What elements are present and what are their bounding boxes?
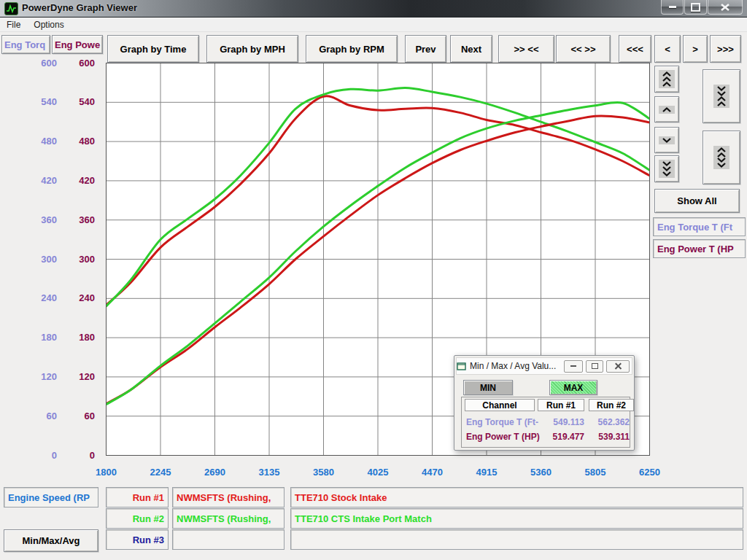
torque-tick-label: 120 <box>13 372 57 382</box>
channel-item-0[interactable]: Eng Torque T (Ft <box>653 217 746 236</box>
run-label-box-1[interactable]: Run #1 <box>106 487 169 508</box>
run-file-box-3 <box>172 529 285 550</box>
power-tick-label: 600 <box>51 58 95 69</box>
power-tick-label: 360 <box>51 215 95 225</box>
expand-range-button[interactable] <box>703 131 740 184</box>
torque-axis-button[interactable]: Eng Torq <box>1 35 50 54</box>
chevron-down-icon <box>716 86 727 91</box>
menu-item-options[interactable]: Options <box>27 18 70 30</box>
table-row-run2-1: 539.311 <box>589 432 630 442</box>
scale-down-fast-button[interactable] <box>654 155 679 182</box>
torque-tick-label: 540 <box>13 97 57 107</box>
pan-left-fast-button[interactable]: <<< <box>619 35 651 63</box>
run-file-box-2: NWMSFTS (Rushing, <box>172 508 285 529</box>
collapse-range-button-icon <box>713 85 729 108</box>
close-icon <box>721 4 729 11</box>
scale-up-button[interactable] <box>654 96 679 122</box>
rpm-tick-label: 3580 <box>301 467 347 478</box>
chevron-down-icon <box>662 171 672 176</box>
scale-down-button[interactable] <box>654 127 679 153</box>
torque-tick-label: 600 <box>13 58 57 69</box>
graph-by-mph-button[interactable]: Graph by MPH <box>206 35 298 63</box>
rpm-tick-label: 2245 <box>137 467 184 478</box>
menu-bar: FileOptions <box>0 18 747 32</box>
xaxis-channel-label: Engine Speed (RP <box>8 492 90 503</box>
power-tick-label: 420 <box>51 176 95 186</box>
graph-by-rpm-button[interactable]: Graph by RPM <box>306 35 398 63</box>
dialog-minimize-button[interactable] <box>564 360 583 373</box>
max-toggle-label: MAX <box>564 383 584 393</box>
close-button[interactable] <box>708 0 743 15</box>
channel-item-1[interactable]: Eng Power T (HP <box>653 239 746 258</box>
rpm-tick-label: 4915 <box>463 467 510 478</box>
restore-icon <box>691 3 700 12</box>
table-header-2: Run #2 <box>589 399 634 411</box>
prev-button[interactable]: Prev <box>405 35 446 63</box>
restore-button[interactable] <box>684 0 707 15</box>
scale-down-fast-button-icon <box>659 160 675 178</box>
table-row-run1-0: 549.113 <box>538 417 584 427</box>
scale-up-fast-button-icon <box>659 70 675 88</box>
run-label-box-2[interactable]: Run #2 <box>106 508 169 529</box>
zoom-in-button[interactable]: >> << <box>498 35 554 63</box>
show-all-button[interactable]: Show All <box>654 189 740 213</box>
app-icon <box>4 2 18 15</box>
minmax-table: ChannelRun #1Run #2Eng Torque T (Ft-549.… <box>461 397 630 448</box>
dialog-close-button[interactable] <box>606 360 630 373</box>
rpm-tick-label: 1800 <box>83 467 130 478</box>
collapse-range-button[interactable] <box>703 69 740 123</box>
scale-up-button-icon <box>659 106 675 114</box>
power-axis-label: Eng Powe <box>55 39 100 50</box>
chevron-up-icon <box>716 96 727 101</box>
rpm-tick-label: 4025 <box>355 467 401 478</box>
chevron-down-icon <box>662 138 672 143</box>
table-row-run1-1: 519.477 <box>538 432 584 442</box>
torque-tick-label: 420 <box>13 176 57 186</box>
torque-tick-label: 360 <box>13 215 57 225</box>
pan-right-fast-button[interactable]: >>> <box>710 35 741 63</box>
max-toggle-button[interactable]: MAX <box>549 380 597 395</box>
form-icon <box>457 362 467 370</box>
graph-by-time-button[interactable]: Graph by Time <box>107 35 199 63</box>
chevron-down-icon <box>662 166 672 171</box>
minimize-icon <box>669 6 676 8</box>
menu-item-file[interactable]: File <box>0 18 27 30</box>
torque-tick-label: 240 <box>13 293 57 303</box>
power-tick-label: 480 <box>51 136 95 147</box>
min-toggle-label: MIN <box>480 383 496 393</box>
minmax-avg-button[interactable]: Min/Max/Avg <box>4 529 98 552</box>
minmax-dialog-title: Min / Max / Avg Valu... <box>470 361 556 371</box>
rpm-tick-label: 6250 <box>627 467 673 478</box>
pan-left-button[interactable]: < <box>654 35 681 63</box>
dialog-restore-button[interactable] <box>586 360 603 373</box>
minimize-button[interactable] <box>661 0 684 15</box>
min-toggle-button[interactable]: MIN <box>463 380 513 395</box>
minmax-dialog-titlebar[interactable]: Min / Max / Avg Valu... <box>456 357 632 375</box>
chevron-up-icon <box>662 71 672 77</box>
power-tick-label: 300 <box>51 254 95 265</box>
rpm-tick-label: 5805 <box>572 467 619 478</box>
title-bar[interactable]: PowerDyne Graph Viewer <box>0 0 747 18</box>
next-button[interactable]: Next <box>450 35 492 63</box>
run-label-box-3[interactable]: Run #3 <box>106 529 169 550</box>
xaxis-channel-box: Engine Speed (RP <box>4 487 98 508</box>
show-all-label: Show All <box>677 195 716 206</box>
power-tick-label: 0 <box>51 451 95 461</box>
chevron-up-icon <box>662 107 672 112</box>
expand-range-button-icon <box>713 146 729 169</box>
window-title: PowerDyne Graph Viewer <box>22 2 137 13</box>
chevron-up-icon <box>716 147 727 152</box>
pan-right-button[interactable]: > <box>683 35 708 63</box>
torque-tick-label: 300 <box>13 254 57 265</box>
scale-up-fast-button[interactable] <box>654 66 679 93</box>
power-axis-button[interactable]: Eng Powe <box>52 35 103 54</box>
run-desc-box-1: TTE710 Stock Intake <box>290 487 743 508</box>
run-desc-box-2: TTE710 CTS Intake Port Match <box>290 508 743 529</box>
chevron-down-icon <box>662 161 672 166</box>
rpm-tick-label: 2690 <box>192 467 239 478</box>
chevron-down-icon <box>716 158 727 163</box>
torque-tick-label: 60 <box>13 411 57 421</box>
rpm-tick-label: 5360 <box>518 467 565 478</box>
chevron-up-icon <box>662 77 672 82</box>
zoom-out-button[interactable]: << >> <box>556 35 611 63</box>
